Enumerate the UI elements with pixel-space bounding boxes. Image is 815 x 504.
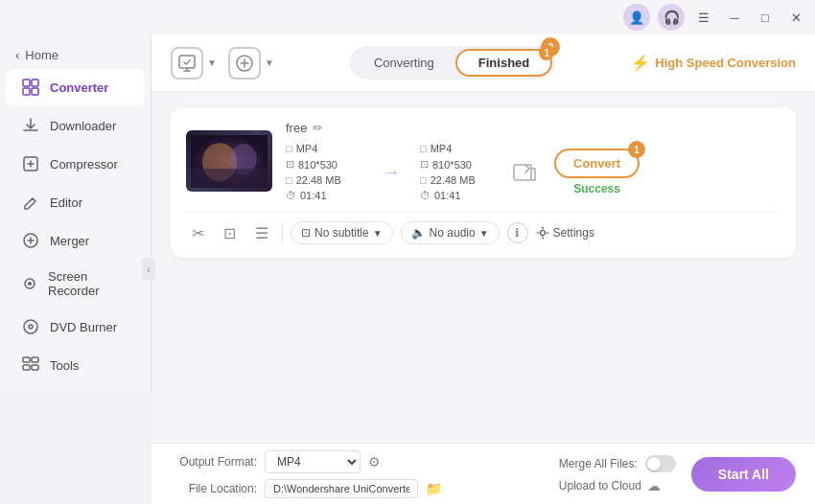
content-area: free ✏ □ MP4 ⊡	[151, 92, 815, 443]
merge-row: Merge All Files:	[559, 455, 676, 472]
svg-rect-2	[23, 88, 30, 95]
size-icon: □	[286, 174, 292, 186]
success-status: Success	[573, 182, 620, 195]
close-button[interactable]: ✕	[784, 6, 807, 29]
audio-icon: 🔈	[411, 226, 426, 240]
cut-button[interactable]: ✂	[186, 222, 210, 244]
svg-rect-13	[32, 365, 38, 370]
file-location-row: File Location: 📁	[171, 479, 544, 498]
svg-rect-0	[23, 80, 30, 86]
browse-folder-button[interactable]: 📁	[426, 481, 442, 496]
merge-label: Merge All Files:	[559, 457, 638, 470]
settings-button[interactable]: Settings	[536, 226, 594, 240]
add-format-icon	[228, 47, 261, 80]
converting-tab[interactable]: Converting	[353, 49, 455, 77]
info-button[interactable]: ℹ	[507, 222, 528, 243]
divider	[282, 224, 283, 241]
resolution-icon: ⊡	[286, 158, 294, 171]
file-location-input[interactable]	[265, 479, 418, 498]
file-meta: □ MP4 ⊡ 810*530 □ 22.48 MB	[286, 143, 780, 201]
source-format: MP4	[296, 143, 318, 154]
sidebar-item-downloader[interactable]: Downloader	[6, 107, 145, 144]
output-format-select[interactable]: MP4	[265, 450, 361, 473]
target-format-icon: □	[420, 143, 427, 154]
settings-label: Settings	[553, 226, 594, 240]
target-resolution-row: ⊡ 810*530	[420, 158, 497, 171]
downloader-icon	[21, 116, 40, 135]
svg-point-21	[540, 231, 545, 236]
add-format-button[interactable]: ▼	[228, 47, 274, 80]
file-card: free ✏ □ MP4 ⊡	[171, 107, 796, 258]
thumbnail-image	[186, 130, 272, 192]
subtitle-select[interactable]: ⊡ No subtitle ▼	[291, 221, 393, 244]
source-meta: □ MP4 ⊡ 810*530 □ 22.48 MB	[286, 143, 362, 201]
tools-label: Tools	[50, 358, 79, 373]
home-label: Home	[25, 48, 58, 62]
merge-upload-col: Merge All Files: Upload to Cloud ☁	[559, 455, 676, 493]
sidebar-item-merger[interactable]: Merger	[6, 222, 145, 259]
maximize-button[interactable]: □	[754, 6, 777, 29]
target-resolution: 810*530	[432, 159, 472, 171]
cloud-upload-icon[interactable]: ☁	[647, 478, 661, 493]
file-thumbnail	[186, 130, 272, 192]
sidebar-item-dvd-burner[interactable]: DVD Burner	[6, 309, 145, 345]
add-file-button[interactable]: ▼	[171, 47, 217, 80]
convert-button[interactable]: Convert 1	[554, 149, 640, 178]
source-duration: 01:41	[300, 190, 327, 201]
start-all-button[interactable]: Start All	[691, 457, 796, 492]
sidebar-item-converter[interactable]: Converter	[6, 69, 145, 105]
target-size: 22.48 MB	[431, 174, 476, 186]
high-speed-button[interactable]: ⚡ High Speed Conversion	[631, 54, 796, 72]
crop-button[interactable]: ⊡	[218, 222, 242, 244]
file-name-row: free ✏	[286, 121, 780, 135]
back-home[interactable]: ‹ Home	[0, 42, 151, 68]
minimize-button[interactable]: ─	[723, 6, 746, 29]
app-body: ‹ Home Converter	[0, 34, 815, 504]
target-duration: 01:41	[434, 190, 461, 201]
title-bar: 👤 🎧 ☰ ─ □ ✕	[0, 0, 815, 34]
downloader-label: Downloader	[50, 119, 116, 133]
edit-icon[interactable]: ✏	[313, 121, 323, 135]
audio-select[interactable]: 🔈 No audio ▼	[401, 221, 500, 244]
upload-label: Upload to Cloud	[559, 479, 641, 493]
audio-chevron: ▼	[479, 228, 489, 239]
merge-toggle[interactable]	[645, 455, 676, 472]
svg-point-9	[29, 325, 33, 329]
sidebar-item-editor[interactable]: Editor	[6, 184, 145, 220]
headphone-icon: 🎧	[658, 4, 685, 31]
svg-rect-1	[32, 80, 38, 86]
file-info: free ✏ □ MP4 ⊡	[286, 121, 780, 201]
finished-tab[interactable]: Finished 2 1	[455, 49, 552, 77]
tab-group: Converting Finished 2 1	[350, 46, 555, 80]
compressor-label: Compressor	[50, 157, 118, 172]
target-res-icon: ⊡	[420, 158, 429, 171]
target-size-icon: □	[420, 174, 427, 186]
sidebar-item-screen-recorder[interactable]: Screen Recorder	[6, 261, 145, 307]
merger-label: Merger	[50, 234, 89, 248]
add-file-icon	[171, 47, 203, 80]
sidebar-collapse-button[interactable]: ‹	[142, 258, 155, 281]
convert-btn-col: Convert 1 Success	[554, 149, 640, 195]
output-settings-button[interactable]: ⚙	[368, 454, 381, 470]
sidebar-item-compressor[interactable]: Compressor	[6, 146, 145, 182]
file-location-label: File Location:	[171, 482, 257, 495]
sidebar-item-tools[interactable]: Tools	[6, 347, 145, 383]
menu-icon[interactable]: ☰	[692, 6, 715, 29]
source-size-row: □ 22.48 MB	[286, 174, 362, 186]
svg-rect-10	[23, 357, 30, 362]
file-card-top: free ✏ □ MP4 ⊡	[186, 121, 780, 201]
svg-rect-14	[179, 56, 195, 68]
target-format-row: □ MP4	[420, 143, 497, 154]
converter-label: Converter	[50, 80, 108, 95]
svg-rect-12	[23, 365, 30, 370]
sidebar: ‹ Home Converter	[0, 34, 151, 392]
settings-icon	[536, 226, 549, 240]
source-duration-row: ⏱ 01:41	[286, 190, 362, 201]
export-icon-col	[506, 159, 545, 186]
effects-button[interactable]: ☰	[249, 222, 274, 244]
convert-step-badge: 1	[628, 141, 645, 158]
upload-row: Upload to Cloud ☁	[559, 478, 676, 493]
file-card-bottom: ✂ ⊡ ☰ ⊡ No subtitle ▼ 🔈 No audio ▼ ℹ	[186, 211, 780, 244]
bottom-bar: Output Format: MP4 ⚙ File Location: 📁 Me…	[151, 443, 815, 504]
top-bar: ▼ ▼ Converting Finished 2 1	[151, 34, 815, 92]
